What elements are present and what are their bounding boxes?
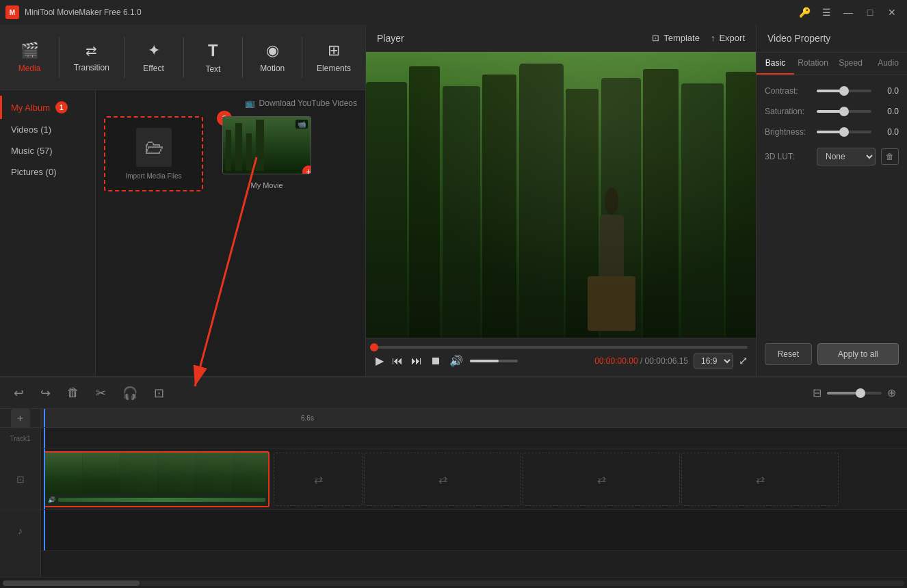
prev-frame-button[interactable]: ⏮ [391,353,404,369]
crop-button[interactable]: ⊡ [151,383,167,403]
download-icon: 📺 [245,98,255,108]
left-panel: 🎬 Media ⇄ Transition ✦ Effect T Text ◉ M… [0,25,366,376]
tab-basic[interactable]: Basic [757,53,794,75]
tool-transition[interactable]: ⇄ Transition [65,37,118,78]
movie-thumbnail: 📹 + [222,116,311,174]
text-icon: T [208,41,218,60]
tool-media[interactable]: 🎬 Media [5,36,53,79]
undo-button[interactable]: ↩ [11,383,27,403]
key-icon[interactable]: 🔑 [795,3,814,22]
center-panel: Player ⊡ Template ↑ Export [366,25,757,376]
import-media-container: 🗁 Import Media Files [104,116,203,191]
motion-icon: ◉ [266,42,279,59]
lut-label: 3D LUT: [765,152,811,161]
menu-icon[interactable]: ☰ [817,3,836,22]
transition-arrow-4: ⇄ [756,473,765,486]
sidebar-item-album[interactable]: My Album 1 [0,96,95,119]
delete-button[interactable]: 🗑 [64,383,82,403]
maximize-button[interactable]: □ [860,3,880,22]
reset-button[interactable]: Reset [765,343,812,365]
tab-rotation[interactable]: Rotation [794,53,832,75]
download-youtube-button[interactable]: 📺 Download YouTube Videos [245,98,357,108]
zoom-in-button[interactable]: ⊕ [887,386,896,399]
main-toolbar: 🎬 Media ⇄ Transition ✦ Effect T Text ◉ M… [0,25,365,90]
export-button[interactable]: ↑ Export [711,33,745,43]
media-browser: My Album 1 Videos (1) Music (57) Picture… [0,90,365,376]
time-marker-6s: 6.6s [301,414,314,422]
timeline-content: 6.6s [41,409,907,577]
sidebar-item-music[interactable]: Music (57) [0,140,95,161]
fullscreen-button[interactable]: ⤢ [739,354,748,367]
tool-divider-4 [242,37,243,78]
titlebar: M MiniTool MovieMaker Free 6.1.0 🔑 ☰ — □… [0,0,907,25]
transition-slot-4[interactable]: ⇄ [681,453,839,506]
tool-effect[interactable]: ✦ Effect [130,36,178,79]
aspect-ratio-select[interactable]: 16:9 4:3 1:1 [694,353,733,369]
contrast-value: 0.0 [877,86,899,96]
transition-slot-1[interactable]: ⇄ [274,453,363,506]
contrast-slider[interactable] [817,90,871,92]
tool-elements[interactable]: ⊞ Elements [308,36,360,79]
zoom-slider[interactable] [827,392,882,395]
album-badge: 1 [55,101,68,113]
tool-divider-1 [59,37,60,78]
progress-bar[interactable] [374,346,748,349]
progress-thumb [370,343,378,351]
video-track-row: 🔊 ⇄ ⇄ ⇄ [41,449,907,510]
add-to-timeline-badge[interactable]: + [301,164,311,174]
minimize-button[interactable]: — [839,3,858,22]
media-header: 📺 Download YouTube Videos [104,98,357,108]
tab-audio[interactable]: Audio [869,53,907,75]
transition-slots: ⇄ ⇄ ⇄ ⇄ [274,451,839,507]
template-button[interactable]: ⊡ Template [652,33,700,43]
scrollbar-thumb[interactable] [3,580,140,586]
tool-text[interactable]: T Text [189,36,237,79]
detach-audio-button[interactable]: 🎧 [120,383,140,403]
redo-button[interactable]: ↪ [38,383,53,403]
track-labels-column: + Track1 ⊡ ♪ [0,409,41,577]
media-sidebar: My Album 1 Videos (1) Music (57) Picture… [0,90,96,376]
lut-delete-button[interactable]: 🗑 [881,148,899,165]
volume-slider[interactable] [470,360,518,362]
saturation-slider[interactable] [817,110,871,113]
brightness-label: Brightness: [765,127,811,137]
player-title: Player [377,33,404,44]
volume-button[interactable]: 🔊 [448,353,464,369]
clip-audio-wave [58,498,265,502]
right-panel: Video Property Basic Rotation Speed Audi… [757,25,907,376]
transition-label: Transition [74,63,109,72]
sidebar-item-videos[interactable]: Videos (1) [0,119,95,140]
transition-slot-3[interactable]: ⇄ [523,453,680,506]
controls-row: ▶ ⏮ ⏭ ⏹ 🔊 00:00:00.00 / 00:00:06.15 16:9… [374,353,748,369]
sidebar-item-pictures[interactable]: Pictures (0) [0,161,95,183]
horizontal-scrollbar[interactable] [0,577,907,588]
main-layout: 🎬 Media ⇄ Transition ✦ Effect T Text ◉ M… [0,25,907,376]
stop-button[interactable]: ⏹ [429,353,443,369]
tab-speed[interactable]: Speed [832,53,869,75]
apply-to-all-button[interactable]: Apply to all [817,343,899,365]
forest-background [366,52,756,338]
add-track-button[interactable]: + [11,409,30,428]
player-header: Player ⊡ Template ↑ Export [366,25,756,52]
app-logo: M [5,5,19,19]
lut-select[interactable]: None [817,148,876,165]
transition-arrow-3: ⇄ [597,473,606,486]
transition-slot-2[interactable]: ⇄ [364,453,521,506]
timeline: + Track1 ⊡ ♪ 6.6s [0,409,907,577]
play-button[interactable]: ▶ [374,353,385,369]
next-frame-button[interactable]: ⏭ [410,353,423,369]
close-button[interactable]: ✕ [882,3,902,22]
split-button[interactable]: ✂ [93,383,109,403]
video-property-header: Video Property [757,25,907,53]
tool-motion[interactable]: ◉ Motion [248,36,296,79]
brightness-slider[interactable] [817,131,871,133]
filmstrip [45,453,268,494]
my-movie-item[interactable]: 2 📹 [222,116,311,191]
elements-label: Elements [317,64,351,73]
media-label: Media [18,64,41,73]
motion-label: Motion [260,64,285,73]
video-clip[interactable]: 🔊 [44,451,270,507]
zoom-out-button[interactable]: ⊟ [813,386,821,399]
import-media-button[interactable]: 🗁 Import Media Files [104,116,203,191]
transition-arrow-1: ⇄ [314,473,323,486]
